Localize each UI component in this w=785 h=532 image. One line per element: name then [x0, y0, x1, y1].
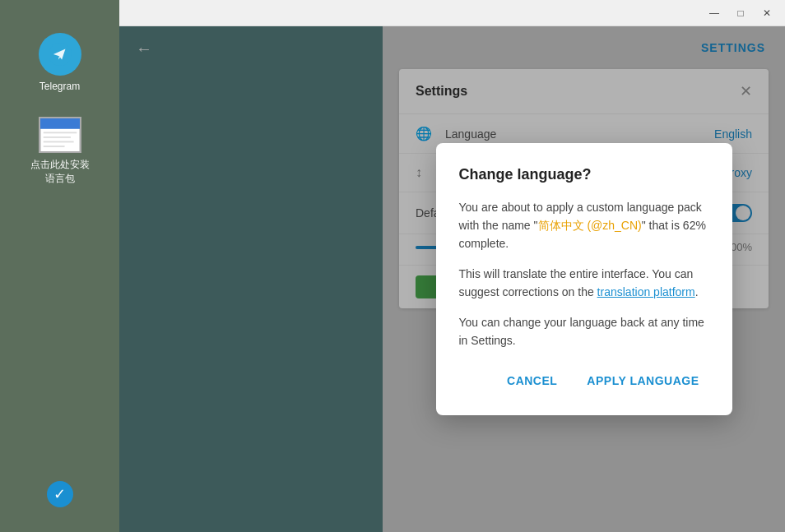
svg-rect-3 [43, 132, 77, 133]
dialog-paragraph1: You are about to apply a custom language… [459, 198, 709, 253]
maximize-button[interactable]: □ [729, 5, 752, 21]
dialog-paragraph2: This will translate the entire interface… [459, 265, 709, 302]
install-lang-file-icon [39, 117, 81, 153]
translation-platform-link[interactable]: translation platform [597, 285, 695, 298]
telegram-label: Telegram [39, 81, 80, 92]
minimize-button[interactable]: — [703, 5, 726, 21]
left-panel: ← [119, 26, 383, 532]
telegram-icon-item[interactable]: Telegram [39, 33, 81, 92]
right-panel: SETTINGS Settings ✕ 🌐 Language English ↕… [383, 26, 785, 532]
install-lang-label: 点击此处安装 语言包 [30, 158, 90, 186]
svg-rect-5 [43, 141, 73, 143]
checkmark-badge: ✓ [47, 481, 73, 507]
back-button[interactable]: ← [136, 39, 152, 58]
svg-rect-6 [43, 146, 64, 147]
dialog-p1-highlight: 简体中文 (@zh_CN) [538, 219, 642, 232]
close-window-button[interactable]: ✕ [755, 5, 778, 21]
install-lang-icon-item[interactable]: 点击此处安装 语言包 [30, 117, 90, 186]
dialog-overlay: Change language? You are about to apply … [383, 26, 785, 532]
svg-rect-1 [40, 120, 80, 153]
main-window: — □ ✕ ← SETTINGS Settings ✕ 🌐 [119, 0, 785, 532]
telegram-app-icon [39, 33, 81, 76]
dialog-body: You are about to apply a custom language… [459, 198, 709, 350]
svg-rect-2 [40, 120, 80, 129]
desktop-sidebar: Telegram 点击此处安装 语言包 ✓ [0, 0, 119, 532]
svg-rect-4 [43, 136, 70, 138]
dialog-title: Change language? [459, 166, 709, 183]
cancel-button[interactable]: Cancel [497, 369, 567, 392]
change-language-dialog: Change language? You are about to apply … [436, 143, 732, 416]
title-bar: — □ ✕ [119, 0, 785, 26]
dialog-actions: Cancel Apply Language [459, 369, 709, 392]
back-btn-area: ← [119, 26, 383, 72]
dialog-paragraph3: You can change your language back at any… [459, 313, 709, 350]
dialog-p2-suffix: . [695, 285, 699, 298]
app-content: ← SETTINGS Settings ✕ 🌐 Language English [119, 26, 785, 532]
apply-language-button[interactable]: Apply Language [577, 369, 708, 392]
